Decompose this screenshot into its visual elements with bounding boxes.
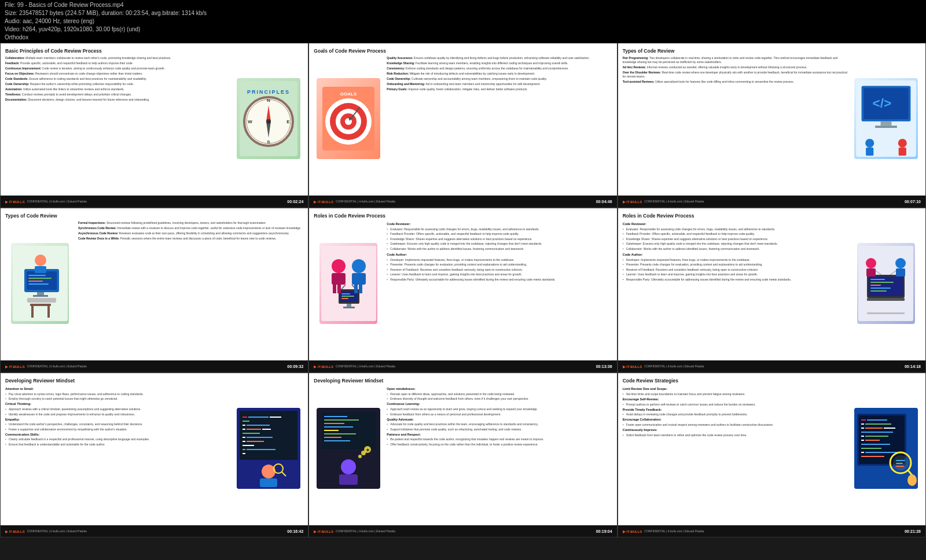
timestamp-9: 00:21:28 — [905, 529, 921, 533]
svg-rect-62 — [359, 285, 362, 293]
svg-rect-125 — [865, 423, 891, 425]
file-info-line4: Video: h264, yuv420p, 1920x1080, 30.00 f… — [5, 25, 921, 34]
svg-rect-35 — [28, 281, 43, 282]
svg-rect-85 — [242, 425, 245, 426]
status-bar-6: ▶ IT-BULLS CONFIDENTIAL | it-bulls.com |… — [618, 360, 925, 372]
brand-9: ▶ IT-BULLS — [623, 529, 642, 533]
slide-text-4: Formal Inspections: Structured reviews f… — [78, 221, 303, 345]
svg-rect-61 — [354, 285, 358, 293]
status-bar-7: ▶ IT-BULLS CONFIDENTIAL | it-bulls.com |… — [1, 525, 308, 537]
svg-rect-80 — [240, 411, 297, 460]
svg-rect-100 — [260, 478, 277, 487]
svg-rect-144 — [896, 466, 904, 467]
svg-rect-36 — [28, 283, 49, 285]
svg-rect-123 — [867, 419, 887, 421]
svg-text:W: W — [248, 119, 253, 124]
svg-point-113 — [341, 459, 356, 474]
svg-rect-86 — [247, 425, 270, 426]
svg-rect-58 — [343, 307, 355, 308]
svg-point-40 — [35, 255, 46, 266]
svg-point-26 — [865, 139, 874, 148]
status-bar-2: ▶ IT-BULLS CONFIDENTIAL | it-bulls.com |… — [309, 196, 616, 207]
slide-title-3: Types of Code Review — [623, 48, 921, 54]
slide-text-7: Attention to Detail: Pay close attention… — [5, 386, 230, 510]
svg-rect-78 — [867, 312, 905, 314]
svg-rect-134 — [861, 444, 890, 445]
slide-cell-2[interactable]: Goals of Code Review Process — [308, 43, 617, 208]
svg-rect-94 — [247, 441, 264, 442]
svg-point-9 — [266, 119, 271, 124]
svg-point-145 — [907, 474, 917, 486]
svg-rect-109 — [324, 430, 339, 431]
status-bar-8: ▶ IT-BULLS CONFIDENTIAL | it-bulls.com |… — [309, 525, 616, 537]
slide-image-3: </> — [851, 56, 921, 180]
svg-rect-111 — [324, 437, 341, 438]
status-bar-9: ▶ IT-BULLS CONFIDENTIAL | it-bulls.com |… — [618, 525, 925, 537]
svg-text:✦: ✦ — [366, 448, 370, 453]
slide-cell-1[interactable]: Basic Principles of Code Review Process … — [0, 43, 308, 208]
slide-text-1: Collaboration: Multiple team members col… — [5, 56, 230, 180]
svg-rect-45 — [321, 246, 376, 321]
slide-cell-3[interactable]: Types of Code Review Pair Programming: T… — [618, 43, 926, 208]
svg-rect-136 — [861, 452, 864, 453]
slide-text-5: Code Reviewer: Evaluator: Responsible fo… — [387, 221, 612, 345]
svg-rect-71 — [867, 298, 905, 301]
svg-rect-53 — [341, 296, 354, 297]
file-info-line5: Orthodox — [5, 34, 921, 42]
slide-image-4 — [5, 221, 75, 345]
svg-rect-75 — [896, 268, 905, 277]
slide-image-8: ✦ — [314, 386, 383, 510]
svg-point-74 — [895, 258, 906, 268]
slide-title-1: Basic Principles of Code Review Process — [5, 48, 303, 54]
timestamp-1: 00:02:24 — [287, 200, 303, 204]
slide-cell-4[interactable]: Types of Code Review — [0, 208, 308, 373]
confidential-9: CONFIDENTIAL | it-bulls.com | Eduard Pat… — [644, 529, 704, 533]
svg-rect-129 — [861, 432, 893, 433]
slide-cell-6[interactable]: Roles in Code Review Process Code Review… — [618, 208, 926, 373]
brand-7: ▶ IT-BULLS — [5, 529, 25, 533]
file-info-line3: Audio: aac, 24000 Hz, stereo (eng) — [5, 17, 921, 25]
svg-rect-57 — [347, 304, 351, 307]
svg-rect-112 — [324, 440, 350, 441]
svg-rect-135 — [861, 448, 881, 449]
slide-cell-7[interactable]: Developing Reviewer Mindset Attention to… — [0, 373, 308, 537]
svg-text:N: N — [267, 98, 270, 103]
slide-text-2: Quality Assurance: Ensure codebase quali… — [387, 56, 612, 180]
svg-rect-92 — [247, 437, 273, 438]
brand-4: ▶ IT-BULLS — [5, 364, 25, 369]
svg-rect-114 — [339, 474, 358, 485]
svg-rect-69 — [870, 288, 891, 289]
timestamp-3: 00:07:10 — [905, 200, 921, 204]
slide-text-3: Pair Programming: Two developers collabo… — [623, 56, 848, 180]
svg-rect-128 — [884, 428, 895, 429]
svg-text:GOALS: GOALS — [340, 91, 357, 97]
svg-rect-52 — [341, 293, 350, 294]
slide-cell-8[interactable]: Developing Reviewer Mindset — [308, 373, 617, 537]
svg-rect-124 — [861, 423, 864, 425]
status-bar-5: ▶ IT-BULLS CONFIDENTIAL | it-bulls.com |… — [309, 360, 616, 372]
svg-rect-130 — [861, 436, 864, 437]
svg-rect-96 — [242, 449, 245, 450]
svg-rect-59 — [333, 285, 336, 293]
svg-rect-29 — [899, 148, 906, 156]
slide-title-9: Code Review Strategies — [623, 378, 921, 384]
svg-rect-37 — [37, 292, 44, 295]
info-bar: File: 99 - Basics of Code Review Process… — [0, 0, 926, 43]
svg-rect-97 — [247, 449, 275, 450]
slides-grid: Basic Principles of Code Review Process … — [0, 43, 926, 537]
svg-rect-89 — [262, 429, 271, 430]
status-bar-4: ▶ IT-BULLS CONFIDENTIAL | it-bulls.com |… — [1, 360, 308, 372]
slide-cell-9[interactable]: Code Review Strategies Limit Review Size… — [618, 373, 926, 537]
svg-rect-88 — [247, 429, 261, 430]
timestamp-2: 00:04:46 — [596, 200, 612, 204]
timestamp-8: 00:19:04 — [596, 529, 612, 533]
svg-rect-83 — [270, 417, 281, 418]
svg-rect-131 — [865, 436, 888, 437]
confidential-5: CONFIDENTIAL | it-bulls.com | Eduard Pat… — [336, 364, 395, 368]
slide-cell-5[interactable]: Roles in Code Review Process — [308, 208, 617, 373]
brand-3: ▶ IT-BULLS — [623, 200, 642, 204]
svg-rect-143 — [896, 463, 903, 464]
svg-rect-67 — [870, 282, 894, 283]
svg-point-99 — [262, 465, 275, 478]
svg-rect-98 — [242, 453, 245, 454]
